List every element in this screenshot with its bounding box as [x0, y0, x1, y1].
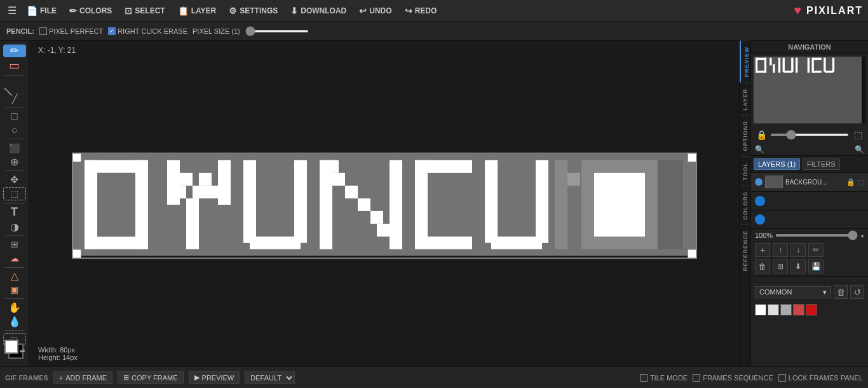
undo-button[interactable]: ↩ UNDO: [354, 3, 397, 18]
right-click-checkbox[interactable]: ✓: [108, 27, 116, 35]
right-panel: NAVIGATION: [750, 41, 868, 366]
swatch-gray[interactable]: [780, 304, 792, 315]
tool-sep-6: [5, 235, 24, 236]
options-bar: PENCIL: PIXEL PERFECT ✓ RIGHT CLICK ERAS…: [0, 22, 868, 41]
zoom-slider[interactable]: [770, 134, 849, 136]
text-tool[interactable]: T: [3, 205, 26, 219]
eyedropper-tool[interactable]: ⊕: [3, 156, 26, 169]
pixel-perfect-checkbox[interactable]: [39, 27, 47, 35]
filters-tab[interactable]: FILTERS: [803, 158, 839, 170]
preview-tab[interactable]: PREVIEW: [740, 41, 750, 83]
hamburger-menu[interactable]: ☰: [5, 2, 19, 19]
redo-button[interactable]: ↪ REDO: [400, 3, 442, 18]
resize-handle-tl[interactable]: [72, 153, 81, 162]
resize-handle-tr[interactable]: [688, 153, 696, 162]
pixel-size-slider[interactable]: [245, 30, 309, 32]
svg-rect-73: [205, 186, 218, 198]
rect-tool[interactable]: □: [3, 110, 26, 123]
preview-button[interactable]: ▶ PREVIEW: [189, 371, 240, 384]
nav-preview-area: [754, 57, 865, 123]
lock-frames-checkbox[interactable]: [778, 374, 786, 382]
layer-delete-icon[interactable]: ⬚: [858, 178, 864, 186]
resize-handle-br[interactable]: [688, 249, 696, 258]
hand-tool[interactable]: ✋: [3, 301, 26, 314]
layer-tab[interactable]: LAYER: [740, 83, 750, 116]
delete-palette-button[interactable]: 🗑: [834, 285, 848, 299]
eraser-tool[interactable]: ▭: [3, 59, 26, 73]
swatch-red[interactable]: [793, 304, 804, 315]
colors-label: COLORS: [79, 6, 112, 15]
resize-handle-bl[interactable]: [72, 249, 81, 258]
frame-select[interactable]: DEFAULT: [245, 371, 295, 384]
layer-menu[interactable]: 📋 LAYER: [173, 3, 222, 18]
foreground-color-swatch[interactable]: [4, 340, 18, 354]
svg-rect-120: [825, 71, 834, 73]
layers-tab[interactable]: LAYERS (1): [754, 158, 800, 170]
frame-button[interactable]: ⬚: [851, 128, 864, 141]
svg-rect-113: [796, 58, 797, 73]
download-menu[interactable]: ⬇ DOWNLOAD: [285, 3, 351, 18]
pixel-perfect-label: PIXEL PERFECT: [49, 27, 103, 35]
colors-vtab[interactable]: COLORS: [740, 186, 750, 225]
navigation-section: NAVIGATION: [751, 41, 868, 155]
frames-sequence-checkbox[interactable]: [693, 374, 700, 382]
bottom-right-controls: TILE MODE FRAMES SEQUENCE LOCK FRAMES PA…: [640, 374, 863, 382]
edit-color-button[interactable]: ✏: [808, 243, 824, 257]
zoom-in-icon[interactable]: 🔍: [855, 145, 864, 154]
tool-indicator: [755, 214, 765, 225]
pencil-tool[interactable]: ✏: [3, 45, 26, 57]
file-menu[interactable]: 📄 FILE: [22, 3, 62, 18]
stamp-tool[interactable]: ⊞: [3, 238, 26, 251]
colors-menu[interactable]: ✏ COLORS: [64, 3, 117, 18]
settings-menu[interactable]: ⚙ SETTINGS: [224, 3, 283, 18]
swatch-dark-red[interactable]: [806, 304, 817, 315]
delete-color-button[interactable]: 🗑: [755, 260, 770, 274]
move-down-color-button[interactable]: ↓: [790, 243, 806, 257]
nav-controls: 🔒 ⬚: [751, 126, 868, 144]
gradient-tool[interactable]: ▣: [3, 284, 26, 296]
opacity-slider[interactable]: [775, 234, 858, 237]
swap-colors-icon[interactable]: ⇄: [20, 347, 25, 354]
smudge-tool[interactable]: ☁: [3, 252, 26, 265]
heart-icon: ♥: [794, 3, 803, 18]
layer-visibility-dot[interactable]: [755, 178, 763, 186]
save-palette-button[interactable]: 💾: [808, 260, 824, 274]
options-tab[interactable]: OPTIONS: [740, 115, 750, 156]
lock-button[interactable]: 🔒: [755, 128, 768, 141]
svg-rect-81: [320, 160, 332, 249]
tool-tab[interactable]: TOOL: [740, 156, 750, 186]
add-color-button[interactable]: +: [755, 243, 770, 257]
copy-frame-button[interactable]: ⊞ COPY FRAME: [118, 371, 184, 384]
reference-tab[interactable]: REFERENCE: [740, 225, 750, 277]
move-tool[interactable]: ✥: [3, 174, 26, 186]
ellipse-tool[interactable]: ○: [3, 124, 26, 137]
swatch-light-gray[interactable]: [768, 304, 779, 315]
layer-lock-icon[interactable]: 🔒: [846, 178, 855, 186]
common-dropdown[interactable]: COMMON ▾: [755, 286, 831, 298]
settings-icon: ⚙: [229, 6, 237, 16]
svg-rect-95: [555, 160, 567, 249]
svg-rect-108: [778, 58, 780, 73]
nav-title: NAVIGATION: [751, 41, 868, 54]
svg-rect-85: [345, 186, 358, 198]
move-up-color-button[interactable]: ↑: [773, 243, 788, 257]
import-color-button[interactable]: ⬇: [790, 260, 806, 274]
select-rect-tool[interactable]: ⬚: [3, 187, 26, 200]
colors-section: 100% ● + ↑ ↓ ✏ 🗑 ⊞ ⬇ 💾: [751, 228, 868, 276]
refresh-palette-button[interactable]: ↺: [850, 285, 864, 299]
select-menu[interactable]: ⊡ SELECT: [119, 3, 170, 18]
dropper-tool[interactable]: 💧: [3, 315, 26, 328]
pixel-canvas[interactable]: [73, 154, 696, 256]
svg-rect-111: [791, 58, 793, 72]
copy-color-button[interactable]: ⊞: [773, 260, 788, 274]
add-frame-button[interactable]: + ADD FRAME: [53, 371, 112, 384]
dither-tool[interactable]: ◑: [3, 220, 26, 233]
swatch-white[interactable]: [755, 304, 766, 315]
svg-rect-74: [186, 198, 199, 249]
fill-tool[interactable]: ⬛: [3, 142, 26, 155]
shape-tool[interactable]: △: [3, 270, 26, 282]
canvas-area[interactable]: X: -1, Y: 21: [29, 41, 739, 366]
tile-mode-checkbox[interactable]: [640, 374, 648, 382]
brush-tool[interactable]: ╱: [3, 92, 26, 105]
zoom-out-icon[interactable]: 🔍: [755, 145, 764, 154]
